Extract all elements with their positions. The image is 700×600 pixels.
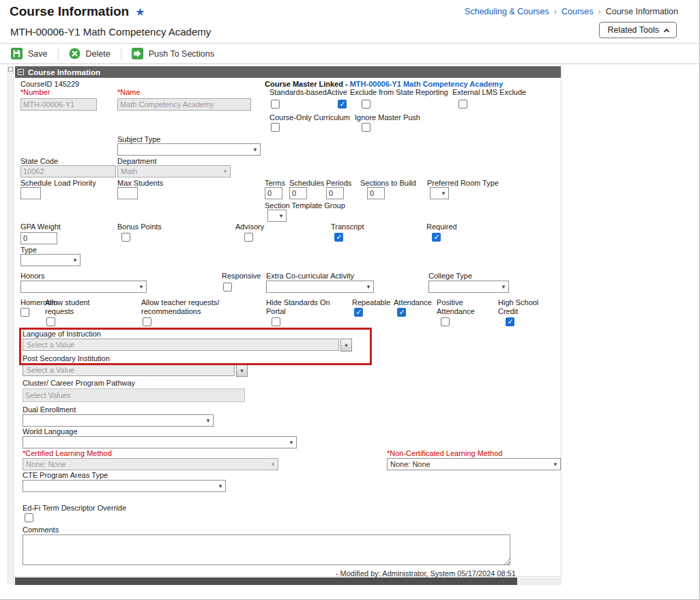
language-of-instruction-combo[interactable]: Select a Value [23, 339, 352, 352]
cte-program-areas-select[interactable] [23, 480, 226, 492]
max-students-input[interactable] [117, 187, 138, 199]
name-input[interactable] [117, 98, 251, 111]
hide-standards-on-portal-checkbox[interactable] [272, 317, 280, 326]
terms-label: Terms [265, 179, 285, 187]
language-of-instruction-dropdown-button[interactable] [340, 339, 352, 352]
comments-label: Comments [23, 526, 59, 534]
allow-teacher-requests-checkbox[interactable] [143, 317, 151, 326]
course-only-curriculum-checkbox[interactable] [271, 123, 280, 132]
favorite-star-icon[interactable] [135, 4, 145, 19]
ignore-master-push-checkbox[interactable] [362, 123, 370, 132]
delete-button[interactable]: Delete [66, 48, 113, 59]
honors-select[interactable] [20, 281, 147, 293]
transcript-label: Transcript [331, 223, 364, 231]
positive-attendance-checkbox[interactable] [441, 317, 450, 326]
non-certificated-learning-method-label: *Non-Certificated Learning Method [387, 449, 502, 457]
post-secondary-institution-dropdown-button[interactable] [236, 364, 248, 377]
panel-header: Course Information [15, 66, 561, 78]
course-master-link[interactable]: MTH-00006-Y1 Math Competency Academy [350, 80, 504, 88]
high-school-credit-checkbox[interactable] [506, 317, 514, 326]
chevron-down-icon [364, 281, 373, 292]
page-title: Course Information [10, 4, 145, 19]
attendance-checkbox[interactable] [397, 308, 406, 317]
college-type-select[interactable] [428, 281, 509, 293]
exclude-state-reporting-label: Exclude from State Reporting [350, 88, 448, 96]
section-template-group-select[interactable] [267, 210, 287, 222]
active-checkbox[interactable] [338, 100, 347, 109]
dual-enrollment-select[interactable] [23, 414, 214, 427]
standards-based-checkbox[interactable] [271, 100, 280, 109]
department-value: Math [118, 167, 220, 175]
chevron-down-icon [250, 144, 260, 155]
language-of-instruction-value[interactable]: Select a Value [23, 339, 339, 351]
world-language-select[interactable] [23, 436, 297, 448]
extra-cocurricular-label: Extra Co-curricular Activity [266, 272, 354, 280]
horizontal-scrollbar-track[interactable] [15, 577, 562, 585]
edfi-term-descriptor-override-checkbox[interactable] [25, 513, 33, 522]
transcript-checkbox[interactable] [334, 233, 343, 242]
allow-student-requests-label: Allow student requests [45, 298, 100, 316]
subject-type-select[interactable] [117, 143, 261, 156]
schedule-load-priority-input[interactable] [20, 187, 41, 199]
breadcrumb-courses[interactable]: Courses [562, 7, 594, 16]
course-subtitle: MTH-00006-Y1 Math Competency Academy [10, 26, 211, 38]
external-lms-exclude-checkbox[interactable] [458, 100, 467, 109]
chevron-down-icon [136, 281, 146, 292]
extra-cocurricular-select[interactable] [266, 281, 374, 293]
gpa-weight-input[interactable] [20, 232, 57, 244]
cluster-pathway-input[interactable] [23, 388, 245, 402]
toolbar-divider [121, 47, 121, 61]
type-select[interactable] [20, 254, 81, 266]
push-to-sections-icon [132, 48, 143, 59]
frame-splitter [8, 66, 14, 584]
certified-learning-method-select[interactable]: None: None [23, 458, 278, 470]
terms-input[interactable] [265, 187, 282, 199]
breadcrumb-separator: › [554, 7, 557, 16]
save-button[interactable]: Save [8, 48, 50, 59]
bonus-points-checkbox[interactable] [121, 233, 130, 242]
collapse-icon[interactable] [18, 69, 24, 75]
name-label: *Name [117, 88, 141, 96]
save-label: Save [28, 49, 48, 59]
horizontal-scrollbar-thumb[interactable] [15, 577, 517, 585]
state-code-label: State Code [20, 157, 58, 165]
related-tools-button[interactable]: Related Tools [599, 22, 677, 38]
responsive-checkbox[interactable] [223, 283, 232, 291]
preferred-room-type-label: Preferred Room Type [427, 179, 499, 187]
post-secondary-institution-value[interactable]: Select a Value [23, 364, 235, 376]
course-master-label: Course Master Linked - [265, 80, 350, 88]
related-tools-label: Related Tools [607, 25, 659, 35]
preferred-room-type-select[interactable] [430, 187, 449, 199]
non-certificated-learning-method-select[interactable]: None: None [387, 458, 561, 470]
homeroom-checkbox[interactable] [20, 308, 29, 317]
active-label: Active [327, 88, 347, 96]
type-label: Type [20, 246, 37, 254]
schedules-input[interactable] [289, 187, 307, 199]
save-icon [11, 48, 23, 59]
page-title-text: Course Information [10, 4, 129, 19]
advisory-checkbox[interactable] [244, 233, 253, 242]
comments-textarea[interactable] [23, 534, 510, 565]
course-information-panel: Course Information CourseID 145229 Cours… [15, 66, 562, 577]
college-type-label: College Type [428, 272, 472, 280]
push-to-sections-button[interactable]: Push To Sections [129, 48, 217, 59]
high-school-credit-label: High School Credit [498, 298, 544, 316]
periods-input[interactable] [326, 187, 344, 199]
sections-to-build-input[interactable] [367, 187, 385, 199]
number-input[interactable] [20, 98, 97, 111]
exclude-state-reporting-checkbox[interactable] [362, 100, 370, 109]
course-master-linked: Course Master Linked - MTH-00006-Y1 Math… [265, 80, 503, 88]
panel-body: CourseID 145229 Course Master Linked - M… [15, 78, 561, 576]
department-select[interactable]: Math [117, 165, 231, 177]
periods-label: Periods [326, 179, 351, 187]
post-secondary-institution-combo[interactable]: Select a Value [23, 364, 248, 377]
splitter-handle[interactable] [8, 67, 13, 72]
cte-program-areas-label: CTE Program Areas Type [23, 471, 108, 479]
standards-based-label: Standards-based [269, 88, 327, 96]
required-checkbox[interactable] [432, 233, 441, 242]
repeatable-checkbox[interactable] [354, 308, 363, 317]
allow-student-requests-checkbox[interactable] [46, 317, 55, 326]
chevron-down-icon [268, 459, 278, 470]
state-code-input[interactable] [20, 165, 116, 177]
breadcrumb-scheduling-courses[interactable]: Scheduling & Courses [465, 7, 549, 16]
